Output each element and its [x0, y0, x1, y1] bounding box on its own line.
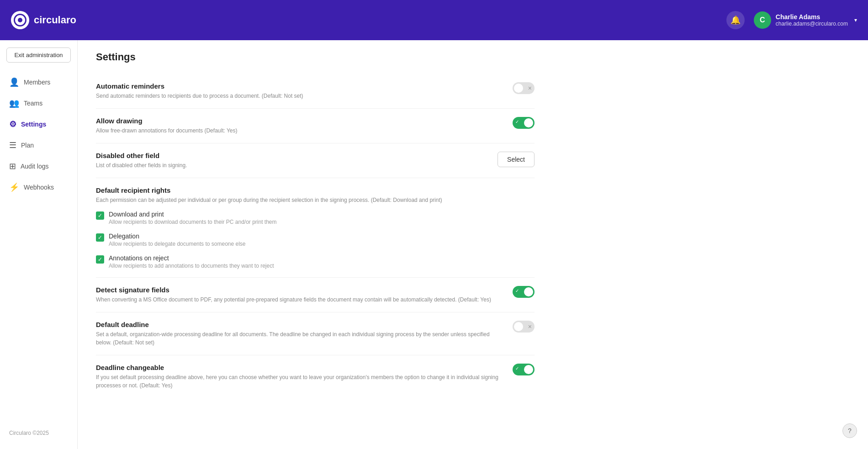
members-icon: 👤 — [9, 77, 19, 87]
select-button[interactable]: Select — [498, 152, 535, 167]
toggle-track: ✓ — [513, 286, 535, 298]
setting-text-default-deadline: Default deadline Set a default, organiza… — [96, 321, 513, 347]
logo-icon — [11, 11, 29, 29]
sidebar-item-plan[interactable]: ☰ Plan — [0, 135, 77, 156]
user-menu[interactable]: C Charlie Adams charlie.adams@circularo.… — [754, 11, 857, 29]
setting-row-automatic-reminders: Automatic reminders Send automatic remin… — [96, 74, 535, 109]
setting-text-allow-drawing: Allow drawing Allow free-drawn annotatio… — [96, 117, 513, 135]
setting-desc-default-recipient-rights: Each permission can be adjusted per indi… — [96, 196, 535, 204]
setting-desc-allow-drawing: Allow free-drawn annotations for documen… — [96, 127, 499, 135]
sidebar-footer: Circularo ©2025 — [0, 424, 77, 442]
toggle-track — [513, 82, 535, 94]
checkbox-content-delegation: Delegation Allow recipients to delegate … — [109, 232, 246, 247]
setting-row-deadline-changeable: Deadline changeable If you set default p… — [96, 355, 535, 398]
check-icon: ✓ — [98, 234, 102, 241]
logo-text: circularo — [34, 14, 76, 26]
toggle-check-icon: ✓ — [515, 366, 519, 371]
setting-row-detect-signature-fields: Detect signature fields When converting … — [96, 278, 535, 312]
logo-inner-circle — [14, 14, 26, 26]
setting-text-disabled-other-field: Disabled other field List of disabled ot… — [96, 152, 498, 169]
exit-administration-button[interactable]: Exit administration — [6, 48, 71, 63]
toggle-thumb — [514, 322, 523, 331]
sidebar-item-audit-logs[interactable]: ⊞ Audit logs — [0, 156, 77, 177]
toggle-check-icon: ✓ — [515, 119, 519, 124]
toggle-thumb — [514, 84, 523, 93]
setting-label-detect-signature-fields: Detect signature fields — [96, 286, 499, 294]
toggle-track — [513, 321, 535, 333]
setting-row-default-deadline: Default deadline Set a default, organiza… — [96, 312, 535, 355]
toggle-default-deadline[interactable] — [513, 321, 535, 333]
sidebar-item-members[interactable]: 👤 Members — [0, 72, 77, 93]
setting-row-disabled-other-field: Disabled other field List of disabled ot… — [96, 143, 535, 178]
setting-label-disabled-other-field: Disabled other field — [96, 152, 484, 159]
checkbox-desc-download-print: Allow recipients to download documents t… — [109, 219, 277, 225]
checkbox-download-print[interactable]: ✓ — [96, 211, 104, 220]
checkbox-item-delegation: ✓ Delegation Allow recipients to delegat… — [96, 232, 535, 247]
toggle-thumb — [524, 118, 533, 127]
setting-label-automatic-reminders: Automatic reminders — [96, 82, 499, 90]
user-name: Charlie Adams — [776, 13, 848, 21]
sidebar-item-label-settings: Settings — [21, 121, 46, 128]
setting-desc-automatic-reminders: Send automatic reminders to recipients d… — [96, 92, 499, 100]
setting-desc-detect-signature-fields: When converting a MS Office document to … — [96, 296, 499, 304]
sidebar-item-settings[interactable]: ⚙ Settings — [0, 114, 77, 135]
settings-icon: ⚙ — [9, 119, 16, 129]
sidebar-item-webhooks[interactable]: ⚡ Webhooks — [0, 177, 77, 198]
toggle-detect-signature-fields[interactable]: ✓ — [513, 286, 535, 298]
checkbox-desc-delegation: Allow recipients to delegate documents t… — [109, 241, 246, 247]
teams-icon: 👥 — [9, 98, 19, 108]
topnav: circularo 🔔 C Charlie Adams charlie.adam… — [0, 0, 868, 40]
setting-control-allow-drawing[interactable]: ✓ — [513, 117, 535, 129]
setting-label-allow-drawing: Allow drawing — [96, 117, 499, 125]
sidebar-item-label-audit-logs: Audit logs — [21, 163, 48, 170]
sidebar: Exit administration 👤 Members 👥 Teams ⚙ … — [0, 40, 78, 449]
audit-logs-icon: ⊞ — [9, 161, 16, 171]
setting-control-deadline-changeable[interactable]: ✓ — [513, 364, 535, 375]
setting-label-default-recipient-rights: Default recipient rights — [96, 186, 535, 194]
checkbox-label-delegation: Delegation — [109, 232, 246, 240]
sidebar-item-teams[interactable]: 👥 Teams — [0, 93, 77, 114]
sidebar-item-label-members: Members — [24, 79, 50, 86]
toggle-thumb — [524, 365, 533, 374]
setting-text-detect-signature-fields: Detect signature fields When converting … — [96, 286, 513, 304]
sidebar-item-label-plan: Plan — [21, 142, 34, 149]
user-email: charlie.adams@circularo.com — [776, 21, 848, 27]
notifications-button[interactable]: 🔔 — [726, 11, 745, 29]
setting-row-allow-drawing: Allow drawing Allow free-drawn annotatio… — [96, 109, 535, 143]
setting-control-default-deadline[interactable] — [513, 321, 535, 333]
setting-control-disabled-other-field[interactable]: Select — [498, 152, 535, 167]
setting-desc-disabled-other-field: List of disabled other fields in signing… — [96, 161, 484, 169]
help-button[interactable]: ? — [842, 423, 857, 438]
setting-label-deadline-changeable: Deadline changeable — [96, 364, 499, 371]
main-content: Settings Automatic reminders Send automa… — [78, 40, 868, 449]
layout: Exit administration 👤 Members 👥 Teams ⚙ … — [0, 40, 868, 449]
setting-control-automatic-reminders[interactable] — [513, 82, 535, 94]
checkbox-item-download-print: ✓ Download and print Allow recipients to… — [96, 211, 535, 225]
toggle-track: ✓ — [513, 117, 535, 129]
settings-section: Automatic reminders Send automatic remin… — [96, 74, 535, 398]
setting-control-detect-signature-fields[interactable]: ✓ — [513, 286, 535, 298]
page-title: Settings — [96, 51, 850, 63]
logo: circularo — [11, 11, 76, 29]
avatar: C — [754, 11, 771, 29]
toggle-thumb — [524, 287, 533, 296]
toggle-automatic-reminders[interactable] — [513, 82, 535, 94]
checkbox-annotations-on-reject[interactable]: ✓ — [96, 255, 104, 264]
toggle-deadline-changeable[interactable]: ✓ — [513, 364, 535, 375]
toggle-track: ✓ — [513, 364, 535, 375]
checkbox-content-annotations-on-reject: Annotations on reject Allow recipients t… — [109, 254, 274, 269]
webhooks-icon: ⚡ — [9, 182, 19, 192]
checkbox-delegation[interactable]: ✓ — [96, 233, 104, 242]
setting-row-default-recipient-rights: Default recipient rights Each permission… — [96, 178, 535, 278]
toggle-allow-drawing[interactable]: ✓ — [513, 117, 535, 129]
chevron-down-icon: ▾ — [854, 17, 857, 23]
checkbox-label-annotations-on-reject: Annotations on reject — [109, 254, 274, 262]
checkbox-item-annotations-on-reject: ✓ Annotations on reject Allow recipients… — [96, 254, 535, 269]
sidebar-item-label-webhooks: Webhooks — [24, 184, 54, 191]
checkbox-content-download-print: Download and print Allow recipients to d… — [109, 211, 277, 225]
setting-desc-deadline-changeable: If you set default processing deadline a… — [96, 373, 499, 390]
toggle-check-icon: ✓ — [515, 288, 519, 293]
topnav-right: 🔔 C Charlie Adams charlie.adams@circular… — [726, 11, 857, 29]
plan-icon: ☰ — [9, 140, 16, 150]
setting-text-deadline-changeable: Deadline changeable If you set default p… — [96, 364, 513, 390]
